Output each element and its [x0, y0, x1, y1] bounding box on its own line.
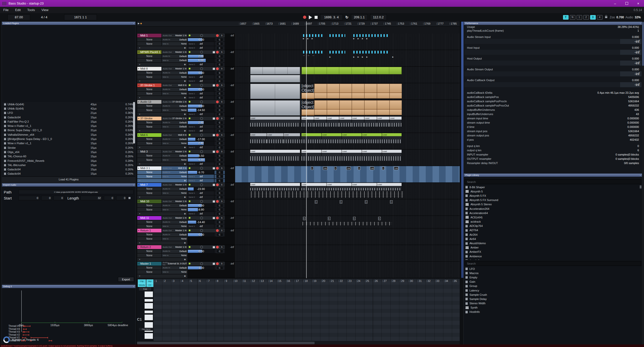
automation-c-button[interactable]: C — [214, 145, 225, 150]
record-arm-button[interactable] — [216, 51, 219, 54]
track-name[interactable]: ▼Midi 3 1 — [137, 166, 162, 170]
input-slot[interactable]: None — [137, 204, 162, 208]
clip[interactable] — [329, 51, 345, 54]
send-2[interactable]: Send 2-inf — [188, 46, 214, 50]
add-slot-button[interactable]: + — [184, 46, 186, 50]
automation-c-button[interactable]: C — [214, 58, 225, 63]
library-item[interactable]: acidrack — [464, 220, 642, 224]
clip[interactable]: [object Object] — [302, 84, 402, 99]
library-item[interactable]: Absynth 5 — [464, 189, 642, 193]
play-button[interactable] — [309, 15, 312, 19]
library-item[interactable]: AmberFX — [464, 250, 642, 254]
automation-c-button[interactable]: C — [214, 71, 225, 75]
menu-file[interactable]: File — [0, 8, 12, 12]
automation-c-button[interactable]: C — [214, 179, 225, 183]
library-item[interactable]: Air264 — [464, 232, 642, 237]
internal-search-input[interactable]: Search — [465, 261, 641, 266]
length-ticks-field[interactable]: 0 — [116, 196, 127, 200]
plugin-row[interactable]: Uhbik-S(x64)42µs0.72% — [2, 106, 135, 111]
midi-in-route[interactable]: Midi InNone — [162, 108, 188, 112]
audio-in-route[interactable]: Audio InDefault — [162, 233, 188, 237]
preset-disk-icon[interactable] — [213, 262, 215, 265]
solo-button[interactable]: S — [220, 216, 224, 220]
midi-in-route[interactable]: Midi InNone — [162, 174, 188, 179]
send-1[interactable]: Send 1-inf — [188, 75, 214, 79]
clip-chip[interactable]: L — [358, 167, 360, 170]
send-2[interactable]: Send 2-inf — [188, 162, 214, 166]
input-slot[interactable]: None — [137, 58, 162, 63]
clip[interactable] — [250, 67, 300, 74]
collapse-icon[interactable]: ▪ — [640, 22, 641, 25]
menu-view[interactable]: View — [38, 8, 52, 12]
clip-chip[interactable]: L — [382, 167, 384, 170]
collapse-icon[interactable]: ▪ — [640, 174, 641, 176]
fold-button[interactable]: Fold — [139, 287, 151, 290]
volume-fader[interactable]: -23.90 — [188, 187, 214, 191]
transport-button-2[interactable]: 2 — [583, 15, 589, 20]
plugin-library-header[interactable]: Plugin Library▪ — [464, 173, 642, 177]
send-fader[interactable]: -14.50 — [188, 108, 214, 112]
loop-icon[interactable]: ↻ — [345, 15, 349, 20]
add-slot-button[interactable]: + — [184, 274, 186, 278]
performance-header[interactable]: Performance▪ — [464, 22, 642, 25]
collapse-triangle-icon[interactable]: ▼ — [139, 80, 141, 82]
add-slot-button[interactable]: + — [184, 212, 186, 216]
pan-knob[interactable] — [200, 200, 203, 203]
preset-disk-icon[interactable] — [213, 134, 215, 136]
piano-key[interactable] — [145, 303, 153, 309]
start-beats-field[interactable]: 0 — [41, 196, 52, 200]
timeline-ruler[interactable]: ▶ ◆ 165716651673168116891697170517131721… — [137, 21, 460, 27]
automation-c-button[interactable]: C — [214, 63, 225, 67]
transport-button-1[interactable]: 1 — [577, 15, 582, 20]
playhead-position-field[interactable]: 1699. 3. 4 — [320, 14, 343, 20]
automation-c-button[interactable]: C — [214, 141, 225, 145]
preset-disk-icon[interactable] — [213, 117, 215, 120]
record-arm-button[interactable] — [216, 183, 219, 186]
add-slot-button[interactable]: + — [184, 241, 186, 245]
input-slot[interactable]: None — [137, 208, 162, 212]
midi-in-route[interactable]: Midi InNone — [162, 158, 188, 162]
length-bars-field[interactable]: 32 — [80, 196, 102, 200]
automation-c-button[interactable]: C — [214, 108, 225, 112]
solo-button[interactable]: S — [220, 50, 224, 54]
midi-in-route[interactable]: Midi InNone — [162, 91, 188, 96]
audio-out-route[interactable]: Audio OutMidi 8 In — [162, 133, 188, 137]
collapse-triangle-icon[interactable]: ▼ — [138, 201, 140, 202]
plugin-row[interactable]: LFO21µs0.36% — [2, 111, 135, 115]
clip[interactable]: LeadLeadLead — [250, 133, 300, 143]
input-slot[interactable]: None — [137, 220, 162, 224]
automation-c-button[interactable]: C — [214, 195, 225, 200]
audio-out-route[interactable]: Audio OutMaster 1 In — [162, 216, 188, 220]
input-slot[interactable]: None — [137, 91, 162, 96]
library-item[interactable]: Acceleration64 — [464, 211, 642, 215]
tab-clip[interactable]: Clip — [138, 279, 146, 283]
track-lane[interactable]: ▶ ▶ ▶▶ ▶ ▶ ▶ — [235, 33, 460, 50]
menu-tools[interactable]: Tools — [24, 8, 38, 12]
track-lane[interactable] — [235, 228, 460, 245]
audio-in-route[interactable]: Audio InDefault — [162, 220, 188, 224]
solo-button[interactable]: S — [220, 100, 224, 104]
library-item[interactable]: Air64 — [464, 237, 642, 241]
plugin-row[interactable]: [jBridge]Bionic Supa Delay - ED 1_015µs0… — [2, 137, 135, 141]
record-arm-button[interactable] — [216, 117, 219, 120]
solo-button[interactable]: S — [220, 166, 224, 170]
clip[interactable]: [object Object] — [302, 100, 402, 116]
track-lane[interactable] — [235, 67, 460, 83]
send-1[interactable]: Send 1-inf — [188, 174, 214, 179]
input-slot[interactable]: None — [137, 75, 162, 79]
library-item[interactable]: AkustiXdemo — [464, 241, 642, 245]
automation-c-button[interactable]: C — [214, 96, 225, 100]
horizontal-scrollbar[interactable] — [137, 341, 460, 344]
automation-c-button[interactable]: C — [214, 137, 225, 141]
clip[interactable] — [353, 34, 388, 37]
tab-arp[interactable]: Arp — [146, 279, 153, 283]
preset-disk-icon[interactable] — [213, 150, 215, 153]
solo-button[interactable]: S — [220, 150, 224, 153]
add-slot-button[interactable]: + — [184, 258, 186, 261]
solo-button[interactable]: S — [220, 245, 224, 249]
bar-position-field[interactable]: 1671 1 1 — [64, 14, 97, 20]
library-item[interactable]: ACE(x64) — [464, 215, 642, 219]
audio-out-route[interactable]: Audio OutMaster 1 In — [162, 67, 188, 71]
pan-knob[interactable] — [200, 84, 203, 87]
clip-chip[interactable]: Lea — [394, 167, 398, 170]
